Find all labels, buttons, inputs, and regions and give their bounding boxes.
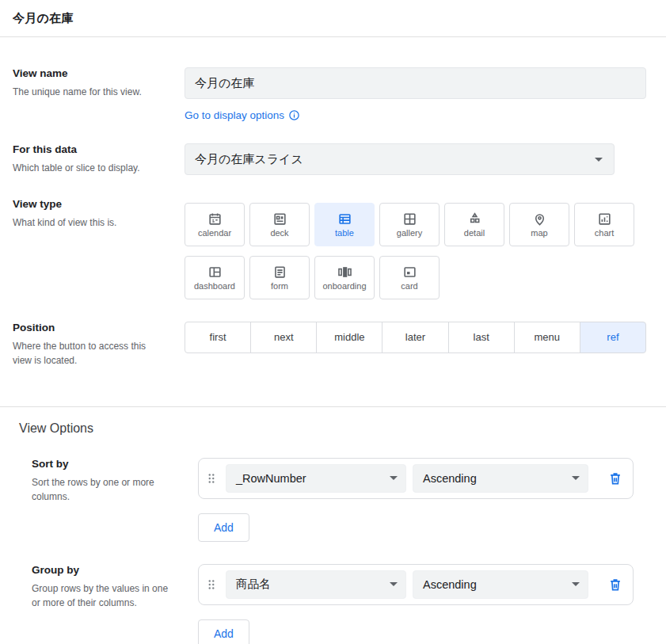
for-this-data-select[interactable]: 今月の在庫スライス <box>185 143 615 175</box>
group-column-value: 商品名 <box>236 577 271 592</box>
chevron-down-icon <box>390 582 398 586</box>
chevron-down-icon <box>572 582 580 586</box>
onboarding-icon <box>337 265 352 280</box>
view-type-card[interactable]: card <box>379 256 440 299</box>
deck-icon <box>272 211 287 227</box>
position-later[interactable]: later <box>382 322 448 353</box>
view-type-onboarding-label: onboarding <box>322 282 366 291</box>
chevron-down-icon <box>572 476 580 480</box>
view-options-section: View Options Sort by Sort the rows by on… <box>0 407 666 644</box>
display-options-link[interactable]: Go to display options <box>185 109 284 121</box>
view-name-description: The unique name for this view. <box>13 85 164 100</box>
table-icon <box>337 211 352 227</box>
view-type-deck-label: deck <box>270 229 288 238</box>
position-ref[interactable]: ref <box>580 322 646 353</box>
view-type-form[interactable]: form <box>249 256 310 299</box>
drag-handle-icon[interactable] <box>204 471 219 486</box>
info-icon[interactable] <box>288 109 300 121</box>
position-row: Position Where the button to access this… <box>13 322 646 368</box>
position-label: Position <box>13 322 164 333</box>
view-type-form-label: form <box>271 282 288 291</box>
detail-icon <box>467 211 482 227</box>
sort-by-description: Sort the rows by one or more columns. <box>32 475 179 505</box>
view-type-gallery[interactable]: gallery <box>379 203 440 246</box>
sort-delete-button[interactable] <box>606 469 625 488</box>
view-type-chart[interactable]: chart <box>574 203 634 246</box>
sort-rule: _RowNumber Ascending <box>198 458 634 499</box>
group-column-select[interactable]: 商品名 <box>226 570 406 599</box>
group-by-label: Group by <box>32 564 179 576</box>
group-by-description: Group rows by the values in one or more … <box>32 581 179 611</box>
position-next[interactable]: next <box>250 322 317 353</box>
view-type-deck[interactable]: deck <box>249 203 310 246</box>
map-pin-icon <box>532 211 547 227</box>
calendar-icon <box>207 211 223 227</box>
sort-column-value: _RowNumber <box>236 472 306 485</box>
dashboard-icon <box>207 265 223 280</box>
group-order-select[interactable]: Ascending <box>413 570 588 599</box>
for-this-data-row: For this data Which table or slice to di… <box>13 143 646 176</box>
view-type-map-label: map <box>531 229 547 238</box>
group-order-value: Ascending <box>423 578 477 591</box>
view-type-row: View type What kind of view this is. cal… <box>13 198 646 299</box>
view-type-gallery-label: gallery <box>397 229 422 238</box>
group-delete-button[interactable] <box>606 575 625 594</box>
view-type-description: What kind of view this is. <box>13 215 164 231</box>
chevron-down-icon <box>595 158 603 162</box>
position-segments: first next middle later last menu ref <box>185 322 646 353</box>
view-name-row: View name The unique name for this view.… <box>13 67 646 121</box>
sort-order-value: Ascending <box>423 472 477 485</box>
drag-handle-icon[interactable] <box>204 577 219 593</box>
view-type-grid: calendar deck <box>185 203 644 299</box>
page-header: 今月の在庫 <box>0 0 666 37</box>
sort-by-row: Sort by Sort the rows by one or more col… <box>32 458 647 542</box>
group-add-button[interactable]: Add <box>198 619 249 644</box>
sort-by-label: Sort by <box>32 458 179 470</box>
view-type-label: View type <box>13 198 164 210</box>
view-type-table-label: table <box>335 229 354 238</box>
for-this-data-description: Which table or slice to display. <box>13 161 164 176</box>
chart-icon <box>597 211 612 227</box>
view-name-label: View name <box>13 67 164 79</box>
view-type-chart-label: chart <box>595 229 614 238</box>
view-type-dashboard[interactable]: dashboard <box>185 256 245 299</box>
view-type-calendar[interactable]: calendar <box>185 203 245 246</box>
chevron-down-icon <box>390 476 398 480</box>
view-type-onboarding[interactable]: onboarding <box>314 256 375 299</box>
trash-icon <box>607 577 623 593</box>
position-last[interactable]: last <box>448 322 515 353</box>
group-rule: 商品名 Ascending <box>198 564 634 605</box>
view-type-calendar-label: calendar <box>198 229 231 238</box>
gallery-icon <box>402 211 417 227</box>
page: 今月の在庫 View name The unique name for this… <box>0 0 666 644</box>
view-type-map[interactable]: map <box>509 203 569 246</box>
view-options-title: View Options <box>19 421 647 436</box>
page-title: 今月の在庫 <box>13 11 653 26</box>
view-type-card-label: card <box>401 282 417 291</box>
for-this-data-label: For this data <box>13 143 164 155</box>
card-icon <box>402 265 417 280</box>
for-this-data-value: 今月の在庫スライス <box>195 152 303 167</box>
trash-icon <box>607 471 623 486</box>
sort-column-select[interactable]: _RowNumber <box>226 464 406 493</box>
position-first[interactable]: first <box>185 322 251 353</box>
position-menu[interactable]: menu <box>514 322 580 353</box>
group-by-row: Group by Group rows by the values in one… <box>32 564 647 644</box>
view-type-dashboard-label: dashboard <box>194 282 235 291</box>
view-type-detail[interactable]: detail <box>444 203 504 246</box>
view-type-detail-label: detail <box>464 229 485 238</box>
view-type-table[interactable]: table <box>314 203 375 246</box>
sort-add-button[interactable]: Add <box>198 513 249 542</box>
view-name-input[interactable] <box>185 67 646 99</box>
sort-order-select[interactable]: Ascending <box>413 464 588 493</box>
form-icon <box>272 265 287 280</box>
position-middle[interactable]: middle <box>316 322 382 353</box>
position-description: Where the button to access this view is … <box>13 339 164 368</box>
